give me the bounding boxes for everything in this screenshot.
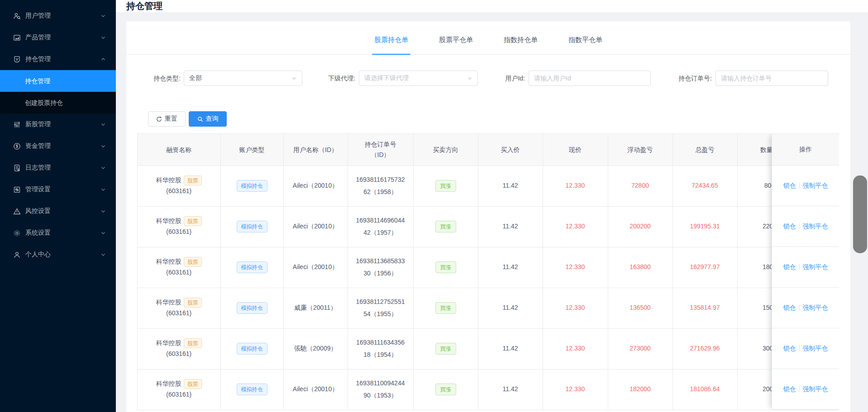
chevron-down-icon [100,122,106,127]
search-icon [197,116,203,122]
stock-name-line: 科华控股股票 [142,297,216,308]
sidebar-item-label: 系统设置 [25,229,51,237]
sidebar-item-risk-settings[interactable]: 风控设置 [0,200,116,222]
stock-name-line: 科华控股股票 [142,379,216,389]
vertical-scrollbar-thumb[interactable] [853,175,867,253]
sidebar-item-label: 管理设置 [25,185,51,194]
account-type-cell: 模拟持仓 [220,288,283,328]
warning-icon [13,208,21,215]
stock-name: 科华控股 [156,339,181,346]
order-no-field-wrap [715,71,828,86]
sidebar-item-new-stock-management[interactable]: 新股管理 [0,114,116,135]
lock-position-link[interactable]: 锁仓 [783,182,796,190]
order-no-cell: 1693811368583330（1956） [348,247,413,288]
current-price-cell: 12.330 [543,288,608,328]
direction-tag: 買漲 [435,343,456,355]
order-no-line: 62（1958） [353,186,409,198]
chevron-up-icon [100,57,106,62]
sidebar-item-funds-management[interactable]: 资金管理 [0,135,116,157]
direction-cell: 買漲 [413,288,478,328]
stock-type-tag: 股票 [184,298,202,308]
sidebar-item-label: 新股管理 [25,120,51,128]
agent-select[interactable]: 请选择下级代理 [359,71,478,86]
sidebar-item-personal-center[interactable]: 个人中心 [0,244,116,265]
chevron-down-icon [100,165,106,170]
action-divider [799,346,800,351]
order-no-cell: 1693811469604442（1957） [348,206,413,247]
action-cell: 锁仓强制平仓 [772,369,839,410]
chevron-down-icon [100,208,106,214]
order-no-input[interactable] [721,75,823,82]
sidebar-subitem-create-stock-position[interactable]: 创建股票持仓 [0,92,116,114]
app-window: 用户管理产品管理持仓管理持仓管理创建股票持仓新股管理资金管理日志管理管理设置风控… [0,0,868,412]
force-close-link[interactable]: 强制平仓 [803,182,828,190]
column-header-2: 用户名称（ID） [283,134,348,166]
lock-position-link[interactable]: 锁仓 [783,223,796,231]
position-type-select[interactable]: 全部 [184,71,302,86]
stock-code: (603161) [142,186,216,197]
order-no-line: 16938114696044 [353,214,409,227]
chevron-down-icon [100,13,106,19]
main-area: 持仓管理 股票持仓单股票平仓单指数持仓单指数平仓单 持仓类型: 全部 下级代理:… [116,0,868,412]
user-search-icon [13,12,21,20]
stock-cell: 科华控股股票(603161) [138,247,220,288]
sidebar-item-user-management[interactable]: 用户管理 [0,5,116,27]
lock-position-link[interactable]: 锁仓 [783,345,796,353]
stock-code: (603161) [142,227,216,237]
stock-cell: 科华控股股票(603161) [138,288,220,328]
stock-code: (603161) [142,267,216,278]
admin-icon [13,186,21,194]
stock-name: 科华控股 [156,298,181,306]
user-id-input[interactable] [534,75,645,82]
account-type-cell: 模拟持仓 [220,328,283,369]
column-header-7: 浮动盈亏 [608,134,672,166]
content-area: 股票持仓单股票平仓单指数持仓单指数平仓单 持仓类型: 全部 下级代理: 请选择下… [116,12,868,412]
lock-position-link[interactable]: 锁仓 [783,385,796,393]
force-close-link[interactable]: 强制平仓 [803,385,828,393]
stock-type-tag: 股票 [184,338,202,348]
order-no-cell: 1693811163435618（1954） [348,328,413,369]
column-header-8: 总盈亏 [672,134,737,166]
sidebar-item-label: 风控设置 [25,207,51,215]
force-close-link[interactable]: 强制平仓 [803,345,828,353]
direction-cell: 買漲 [413,369,478,410]
reset-button[interactable]: 重置 [148,111,186,127]
sidebar-item-product-management[interactable]: 产品管理 [0,27,116,48]
force-close-link[interactable]: 强制平仓 [803,223,828,231]
lock-position-link[interactable]: 锁仓 [783,304,796,312]
top-header: 持仓管理 [116,0,868,12]
table-row: 科华控股股票(603161)模拟持仓威廉（20011）1693811275255… [138,288,839,328]
tab-index-closed[interactable]: 指数平仓单 [566,36,605,54]
tab-index-positions[interactable]: 指数持仓单 [501,36,540,54]
current-price-cell: 12.330 [543,247,608,288]
sidebar-item-system-settings[interactable]: 系统设置 [0,222,116,244]
action-divider [799,386,800,392]
sidebar-item-admin-settings[interactable]: 管理设置 [0,179,116,200]
account-type-tag: 模拟持仓 [237,343,267,355]
search-button[interactable]: 查询 [189,111,227,127]
action-column-fixed: 操作锁仓强制平仓锁仓强制平仓锁仓强制平仓锁仓强制平仓锁仓强制平仓锁仓强制平仓 [772,134,839,410]
order-no-line: 16938111634356 [353,336,409,349]
table-row: 科华控股股票(603161)模拟持仓Aileci（20010）169381100… [138,369,839,410]
tab-stock-positions[interactable]: 股票持仓单 [372,36,410,54]
action-column-header: 操作 [772,134,839,166]
table-row: 科华控股股票(603161)模拟持仓Aileci（20010）169381146… [138,206,839,247]
action-cell: 锁仓强制平仓 [772,247,839,288]
direction-cell: 買漲 [413,247,478,288]
order-no-cell: 1693811009424490（1953） [348,369,413,410]
force-close-link[interactable]: 强制平仓 [803,263,828,271]
chevron-down-icon [100,230,106,236]
sidebar-item-position-management[interactable]: 持仓管理 [0,48,116,70]
order-no-line: 16938112752551 [353,296,409,308]
search-button-label: 查询 [206,115,219,123]
lock-position-link[interactable]: 锁仓 [783,263,796,271]
user-cell: Aileci（20010） [283,369,348,410]
sidebar-subitem-position-management-sub[interactable]: 持仓管理 [0,70,116,92]
log-icon [13,164,21,172]
action-divider [799,183,800,189]
stock-cell: 科华控股股票(603161) [138,206,220,247]
tab-stock-closed[interactable]: 股票平仓单 [437,36,475,54]
force-close-link[interactable]: 强制平仓 [803,304,828,312]
stock-name: 科华控股 [156,380,181,387]
sidebar-item-log-management[interactable]: 日志管理 [0,157,116,179]
